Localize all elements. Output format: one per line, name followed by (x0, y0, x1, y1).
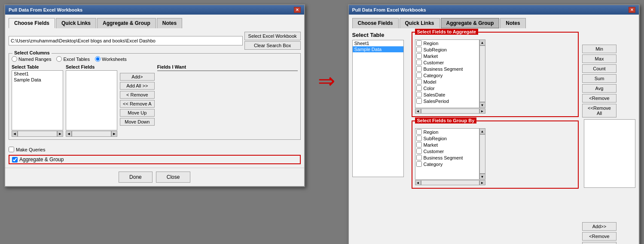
left-select-table-list[interactable]: Sheet1 Sample Data (12, 70, 63, 130)
radio-named-ranges[interactable]: Named Ranges (12, 56, 51, 62)
aggregate-group-label: Aggregate & Group (19, 157, 64, 163)
right-side-panels: Min Max Count Sum Avg <Remove <<Remove A… (582, 32, 635, 244)
aggregate-group-checkbox[interactable] (12, 157, 18, 163)
tab-aggregate-group-left[interactable]: Aggregate & Group (97, 18, 156, 28)
aggregate-inner: Region SubRegion Market Customer Busines… (415, 38, 576, 108)
field-checkbox[interactable] (416, 142, 422, 148)
list-item[interactable]: Sheet1 (353, 40, 403, 46)
group-fields-list[interactable]: Region SubRegion Market Customer Busines… (415, 128, 479, 180)
path-input[interactable] (9, 36, 243, 45)
hscroll-track[interactable] (18, 131, 57, 137)
field-checkbox[interactable] (416, 60, 422, 65)
field-checkbox[interactable] (416, 40, 422, 46)
radio-excel-tables[interactable]: Excel Tables (56, 56, 90, 62)
clear-search-button[interactable]: Clear Search Box (244, 41, 301, 50)
avg-button[interactable]: Avg (582, 84, 617, 93)
field-checkbox[interactable] (416, 66, 422, 72)
left-select-fields-list[interactable] (66, 70, 117, 130)
vscroll-track-grp[interactable] (479, 134, 485, 174)
field-checkbox[interactable] (416, 136, 422, 141)
hscroll-agg-right[interactable]: ► (479, 108, 485, 114)
group-remove-button[interactable]: <Remove (582, 232, 617, 241)
select-workbook-button[interactable]: Select Excel Workbook (244, 32, 301, 40)
hscroll-grp-track[interactable] (421, 180, 479, 185)
hscroll-agg-track[interactable] (421, 108, 479, 114)
group-remove-all-button[interactable]: <<RemoveAll (582, 242, 617, 244)
field-item: Customer (415, 148, 479, 154)
hscroll-agg-left[interactable]: ◄ (415, 108, 421, 114)
right-dialog: Pull Data From Excel Workbooks ✕ Choose … (348, 4, 640, 244)
fields-i-want-list[interactable] (157, 70, 298, 71)
field-checkbox[interactable] (416, 129, 422, 135)
select-columns-section: Select Columns Named Ranges Excel Tables… (9, 53, 301, 140)
max-button[interactable]: Max (582, 54, 617, 63)
vscroll-down-agg[interactable]: ▼ (479, 102, 485, 108)
field-checkbox[interactable] (416, 98, 422, 104)
add-button[interactable]: Add> (120, 73, 155, 81)
hscroll-right-arrow[interactable]: ► (57, 131, 63, 137)
tab-choose-fields-left[interactable]: Choose Fields (9, 18, 55, 28)
radio-excel-tables-input[interactable] (56, 56, 62, 62)
field-checkbox[interactable] (416, 148, 422, 154)
make-queries-checkbox[interactable] (9, 147, 14, 152)
field-checkbox[interactable] (416, 155, 422, 160)
radio-named-ranges-input[interactable] (12, 56, 17, 62)
field-checkbox[interactable] (416, 53, 422, 59)
tab-notes-left[interactable]: Notes (157, 18, 182, 28)
group-add-button[interactable]: Add>> (582, 222, 617, 231)
tab-quick-links-right[interactable]: Quick Links (400, 18, 440, 28)
vscroll-down-grp[interactable]: ▼ (479, 174, 485, 180)
add-all-button[interactable]: Add All >> (120, 82, 155, 90)
group-inner: Region SubRegion Market Customer Busines… (415, 127, 576, 180)
left-done-button[interactable]: Done (119, 172, 153, 183)
hscroll2-track[interactable] (72, 131, 111, 137)
vscroll-track-agg[interactable] (479, 45, 485, 102)
move-down-button[interactable]: Move Down (120, 118, 155, 126)
list-item-selected[interactable]: Sample Data (353, 46, 403, 52)
field-checkbox[interactable] (416, 47, 422, 52)
right-select-table-list[interactable]: Sheet1 Sample Data (352, 40, 404, 177)
aggregate-fields-list[interactable]: Region SubRegion Market Customer Busines… (415, 39, 479, 108)
agg-result-panel[interactable] (584, 119, 635, 188)
field-checkbox[interactable] (416, 161, 422, 167)
field-item: SalesPeriod (415, 98, 479, 104)
list-item[interactable]: Sample Data (12, 77, 63, 83)
agg-remove-button[interactable]: <Remove (582, 94, 617, 102)
vscroll-up-grp[interactable]: ▲ (479, 128, 485, 134)
make-queries-row: Make Queries (9, 147, 301, 152)
select-columns-label: Select Columns (12, 50, 52, 55)
hscroll-grp-right[interactable]: ► (479, 180, 485, 185)
tab-notes-right[interactable]: Notes (500, 18, 525, 28)
field-item: Model (415, 78, 479, 85)
left-dialog-close-icon[interactable]: ✕ (294, 7, 301, 13)
remove-button[interactable]: < Remove (120, 91, 155, 99)
columns-area: Select Table Sheet1 Sample Data ◄ ► Sele… (12, 64, 298, 137)
remove-all-button[interactable]: << Remove A (120, 100, 155, 108)
count-button[interactable]: Count (582, 64, 617, 73)
field-checkbox[interactable] (416, 92, 422, 97)
right-dialog-close-icon[interactable]: ✕ (629, 7, 635, 13)
hscroll-grp: ◄ ► (415, 180, 485, 185)
field-checkbox[interactable] (416, 72, 422, 78)
list-item[interactable]: Sheet1 (12, 71, 63, 77)
tab-choose-fields-right[interactable]: Choose Fields (352, 18, 399, 28)
left-close-button[interactable]: Close (156, 172, 191, 183)
hscroll2-left-arrow[interactable]: ◄ (66, 131, 72, 137)
hscroll-left-arrow[interactable]: ◄ (12, 131, 18, 137)
vscroll-up-agg[interactable]: ▲ (479, 39, 485, 45)
tab-aggregate-group-right[interactable]: Aggregate & Group (441, 18, 500, 28)
move-up-button[interactable]: Move Up (120, 109, 155, 117)
field-checkbox[interactable] (416, 85, 422, 91)
sum-button[interactable]: Sum (582, 74, 617, 83)
field-checkbox[interactable] (416, 79, 422, 84)
hscroll-agg: ◄ ► (415, 108, 485, 114)
radio-worksheets[interactable]: Worksheets (95, 56, 127, 62)
min-button[interactable]: Min (582, 45, 617, 53)
left-select-table-container: Select Table Sheet1 Sample Data ◄ ► (12, 64, 63, 137)
agg-remove-all-button[interactable]: <<Remove All (582, 104, 617, 117)
select-fields-group-box: Select Fields to Group By Region SubRegi… (412, 120, 579, 189)
radio-worksheets-input[interactable] (95, 56, 101, 62)
hscroll2-right-arrow[interactable]: ► (111, 131, 117, 137)
hscroll-grp-left[interactable]: ◄ (415, 180, 421, 185)
tab-quick-links-left[interactable]: Quick Links (56, 18, 96, 28)
